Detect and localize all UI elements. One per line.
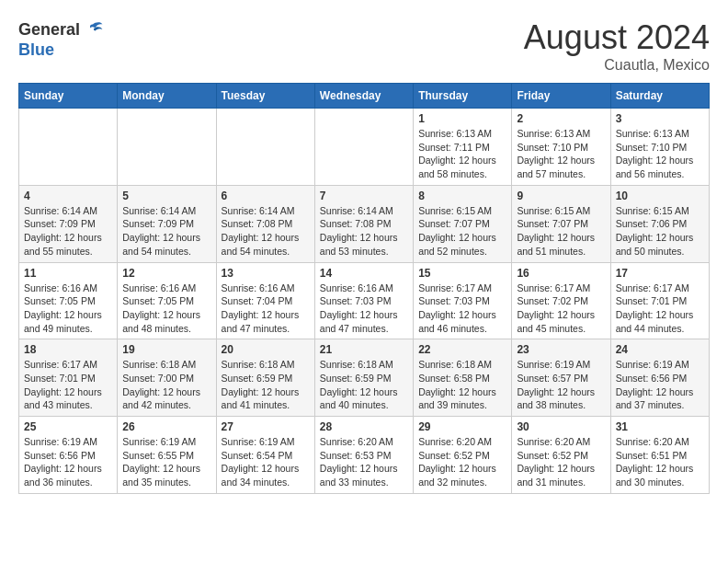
day-info: Sunrise: 6:17 AM Sunset: 7:03 PM Dayligh… <box>418 282 506 336</box>
calendar-cell: 19Sunrise: 6:18 AM Sunset: 7:00 PM Dayli… <box>118 339 216 417</box>
day-of-week-header: Monday <box>118 84 216 109</box>
day-number: 31 <box>616 420 704 433</box>
calendar-cell: 12Sunrise: 6:16 AM Sunset: 7:05 PM Dayli… <box>118 262 216 339</box>
calendar-cell: 15Sunrise: 6:17 AM Sunset: 7:03 PM Dayli… <box>414 262 512 339</box>
day-number: 11 <box>24 267 112 280</box>
day-info: Sunrise: 6:20 AM Sunset: 6:51 PM Dayligh… <box>616 435 704 489</box>
calendar-cell: 27Sunrise: 6:19 AM Sunset: 6:54 PM Dayli… <box>216 417 314 494</box>
day-info: Sunrise: 6:19 AM Sunset: 6:56 PM Dayligh… <box>24 435 112 489</box>
day-number: 22 <box>418 343 506 356</box>
day-number: 10 <box>616 190 704 202</box>
calendar-cell: 23Sunrise: 6:19 AM Sunset: 6:57 PM Dayli… <box>512 339 610 417</box>
day-info: Sunrise: 6:13 AM Sunset: 7:11 PM Dayligh… <box>418 127 506 181</box>
calendar-week-row: 11Sunrise: 6:16 AM Sunset: 7:05 PM Dayli… <box>19 262 710 339</box>
day-info: Sunrise: 6:20 AM Sunset: 6:53 PM Dayligh… <box>320 435 408 489</box>
day-of-week-header: Sunday <box>19 84 118 109</box>
calendar-cell: 31Sunrise: 6:20 AM Sunset: 6:51 PM Dayli… <box>610 417 709 494</box>
month-year-title: August 2024 <box>524 18 710 57</box>
day-number: 5 <box>122 190 210 202</box>
day-number: 6 <box>222 190 310 202</box>
calendar-cell: 29Sunrise: 6:20 AM Sunset: 6:52 PM Dayli… <box>414 417 512 494</box>
day-info: Sunrise: 6:20 AM Sunset: 6:52 PM Dayligh… <box>418 435 506 489</box>
day-info: Sunrise: 6:14 AM Sunset: 7:09 PM Dayligh… <box>24 204 112 259</box>
day-info: Sunrise: 6:15 AM Sunset: 7:07 PM Dayligh… <box>418 204 506 259</box>
day-number: 9 <box>517 190 605 202</box>
day-info: Sunrise: 6:14 AM Sunset: 7:09 PM Dayligh… <box>122 204 210 259</box>
calendar-cell: 2Sunrise: 6:13 AM Sunset: 7:10 PM Daylig… <box>512 109 610 186</box>
day-info: Sunrise: 6:14 AM Sunset: 7:08 PM Dayligh… <box>222 204 310 259</box>
day-info: Sunrise: 6:18 AM Sunset: 6:59 PM Dayligh… <box>320 358 408 412</box>
day-of-week-header: Friday <box>512 84 610 109</box>
day-number: 13 <box>222 267 310 280</box>
day-info: Sunrise: 6:17 AM Sunset: 7:02 PM Dayligh… <box>517 282 605 336</box>
calendar-cell: 5Sunrise: 6:14 AM Sunset: 7:09 PM Daylig… <box>118 185 216 262</box>
day-info: Sunrise: 6:18 AM Sunset: 7:00 PM Dayligh… <box>122 358 210 412</box>
day-number: 4 <box>24 190 112 202</box>
calendar-cell <box>19 109 118 186</box>
day-number: 28 <box>320 420 408 433</box>
calendar-cell: 24Sunrise: 6:19 AM Sunset: 6:56 PM Dayli… <box>610 339 709 417</box>
day-info: Sunrise: 6:19 AM Sunset: 6:56 PM Dayligh… <box>616 358 704 412</box>
day-info: Sunrise: 6:16 AM Sunset: 7:03 PM Dayligh… <box>320 282 408 336</box>
calendar-week-row: 1Sunrise: 6:13 AM Sunset: 7:11 PM Daylig… <box>19 109 710 186</box>
day-number: 25 <box>24 420 112 433</box>
calendar-cell: 13Sunrise: 6:16 AM Sunset: 7:04 PM Dayli… <box>216 262 314 339</box>
calendar-cell: 11Sunrise: 6:16 AM Sunset: 7:05 PM Dayli… <box>19 262 118 339</box>
calendar-cell: 16Sunrise: 6:17 AM Sunset: 7:02 PM Dayli… <box>512 262 610 339</box>
day-number: 19 <box>122 343 210 356</box>
calendar-cell: 20Sunrise: 6:18 AM Sunset: 6:59 PM Dayli… <box>216 339 314 417</box>
day-number: 30 <box>517 420 605 433</box>
calendar-cell <box>118 109 216 186</box>
day-number: 2 <box>517 112 605 125</box>
calendar-cell: 8Sunrise: 6:15 AM Sunset: 7:07 PM Daylig… <box>414 185 512 262</box>
calendar-cell: 14Sunrise: 6:16 AM Sunset: 7:03 PM Dayli… <box>314 262 413 339</box>
day-number: 7 <box>320 190 408 202</box>
calendar-week-row: 4Sunrise: 6:14 AM Sunset: 7:09 PM Daylig… <box>19 185 710 262</box>
calendar-table: SundayMondayTuesdayWednesdayThursdayFrid… <box>18 83 710 494</box>
calendar-cell: 6Sunrise: 6:14 AM Sunset: 7:08 PM Daylig… <box>216 185 314 262</box>
day-number: 29 <box>418 420 506 433</box>
calendar-cell: 30Sunrise: 6:20 AM Sunset: 6:52 PM Dayli… <box>512 417 610 494</box>
day-info: Sunrise: 6:18 AM Sunset: 6:58 PM Dayligh… <box>418 358 506 412</box>
day-number: 23 <box>517 343 605 356</box>
day-of-week-header: Tuesday <box>216 84 314 109</box>
day-of-week-header: Wednesday <box>314 84 413 109</box>
calendar-cell: 17Sunrise: 6:17 AM Sunset: 7:01 PM Dayli… <box>610 262 709 339</box>
logo: General Blue <box>18 18 104 60</box>
day-info: Sunrise: 6:16 AM Sunset: 7:05 PM Dayligh… <box>122 282 210 336</box>
calendar-cell: 22Sunrise: 6:18 AM Sunset: 6:58 PM Dayli… <box>414 339 512 417</box>
calendar-cell: 9Sunrise: 6:15 AM Sunset: 7:07 PM Daylig… <box>512 185 610 262</box>
title-area: August 2024 Cuautla, Mexico <box>524 18 710 74</box>
day-number: 15 <box>418 267 506 280</box>
day-info: Sunrise: 6:17 AM Sunset: 7:01 PM Dayligh… <box>616 282 704 336</box>
calendar-header-row: SundayMondayTuesdayWednesdayThursdayFrid… <box>19 84 710 109</box>
calendar-week-row: 18Sunrise: 6:17 AM Sunset: 7:01 PM Dayli… <box>19 339 710 417</box>
calendar-cell: 3Sunrise: 6:13 AM Sunset: 7:10 PM Daylig… <box>610 109 709 186</box>
logo-bird-icon <box>82 18 104 40</box>
calendar-cell: 18Sunrise: 6:17 AM Sunset: 7:01 PM Dayli… <box>19 339 118 417</box>
day-number: 27 <box>222 420 310 433</box>
calendar-cell <box>314 109 413 186</box>
calendar-cell: 28Sunrise: 6:20 AM Sunset: 6:53 PM Dayli… <box>314 417 413 494</box>
calendar-week-row: 25Sunrise: 6:19 AM Sunset: 6:56 PM Dayli… <box>19 417 710 494</box>
day-info: Sunrise: 6:13 AM Sunset: 7:10 PM Dayligh… <box>616 127 704 181</box>
day-info: Sunrise: 6:20 AM Sunset: 6:52 PM Dayligh… <box>517 435 605 489</box>
calendar-cell <box>216 109 314 186</box>
day-info: Sunrise: 6:19 AM Sunset: 6:55 PM Dayligh… <box>122 435 210 489</box>
day-number: 24 <box>616 343 704 356</box>
location-subtitle: Cuautla, Mexico <box>524 57 710 74</box>
day-info: Sunrise: 6:16 AM Sunset: 7:04 PM Dayligh… <box>222 282 310 336</box>
calendar-cell: 21Sunrise: 6:18 AM Sunset: 6:59 PM Dayli… <box>314 339 413 417</box>
day-of-week-header: Saturday <box>610 84 709 109</box>
day-info: Sunrise: 6:15 AM Sunset: 7:07 PM Dayligh… <box>517 204 605 259</box>
day-info: Sunrise: 6:19 AM Sunset: 6:54 PM Dayligh… <box>222 435 310 489</box>
day-number: 18 <box>24 343 112 356</box>
day-number: 17 <box>616 267 704 280</box>
day-number: 1 <box>418 112 506 125</box>
day-info: Sunrise: 6:18 AM Sunset: 6:59 PM Dayligh… <box>222 358 310 412</box>
calendar-cell: 26Sunrise: 6:19 AM Sunset: 6:55 PM Dayli… <box>118 417 216 494</box>
calendar-cell: 4Sunrise: 6:14 AM Sunset: 7:09 PM Daylig… <box>19 185 118 262</box>
calendar-cell: 10Sunrise: 6:15 AM Sunset: 7:06 PM Dayli… <box>610 185 709 262</box>
logo-general-text: General <box>18 20 80 40</box>
logo-blue-text: Blue <box>18 40 54 60</box>
